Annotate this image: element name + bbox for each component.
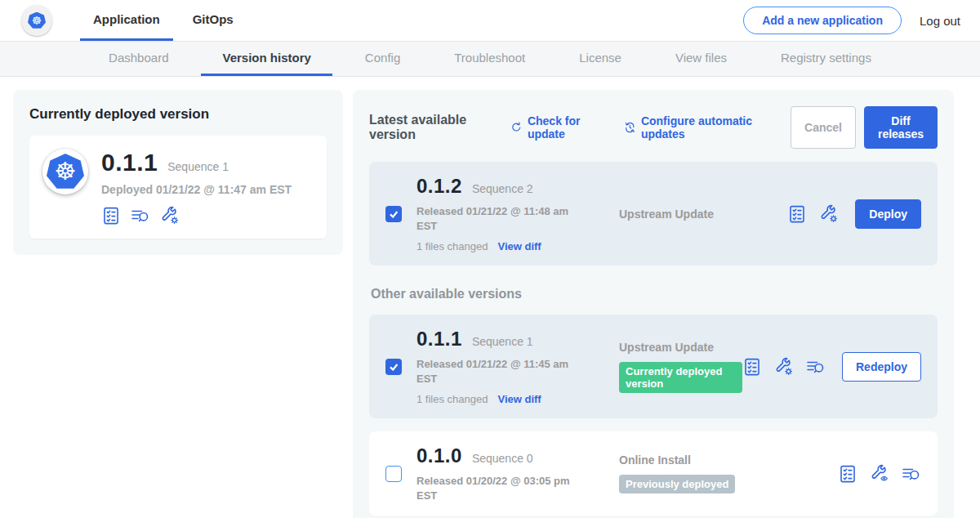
diff-checkbox[interactable] [385, 359, 402, 375]
deployed-version-number: 0.1.1 [101, 149, 158, 176]
latest-available-title: Latest available version [369, 113, 489, 142]
deployed-timestamp: Deployed 01/21/22 @ 11:47 am EST [101, 183, 292, 196]
edit-config-icon[interactable] [160, 206, 180, 226]
deployed-sequence-label: Sequence 1 [167, 160, 229, 173]
deploy-logs-icon[interactable] [806, 357, 826, 377]
preflight-checks-icon[interactable] [742, 357, 762, 377]
view-diff-link[interactable]: View diff [497, 240, 541, 252]
files-changed-label: 1 files changed [416, 393, 488, 405]
check-for-update-link[interactable]: Check for update [510, 114, 603, 141]
files-changed-label: 1 files changed [416, 240, 488, 252]
auto-update-clock-icon [624, 120, 636, 135]
deployed-version-card: ☸ 0.1.1 Sequence 1 Deployed 01/21/22 @ 1… [29, 136, 327, 239]
subtab-config[interactable]: Config [344, 42, 421, 76]
cancel-button[interactable]: Cancel [791, 106, 856, 149]
subtab-config-label: Config [365, 51, 400, 65]
subtab-version-history-label: Version history [222, 51, 310, 65]
sequence-label: Sequence 0 [472, 452, 533, 465]
preflight-checks-icon[interactable] [787, 204, 807, 224]
view-config-icon[interactable] [870, 464, 889, 484]
deploy-button[interactable]: Deploy [855, 199, 921, 229]
view-diff-link[interactable]: View diff [497, 393, 541, 405]
released-timestamp: Released 01/20/22 @ 03:05 pm EST [416, 474, 584, 502]
version-row-0-1-2: 0.1.2 Sequence 2 Released 01/21/22 @ 11:… [369, 162, 938, 266]
subtab-dashboard[interactable]: Dashboard [87, 42, 189, 76]
subtab-troubleshoot-label: Troubleshoot [454, 51, 525, 65]
configure-automatic-updates-link[interactable]: Configure automatic updates [624, 114, 769, 141]
top-tabs: Application GitOps [80, 0, 247, 41]
tab-application[interactable]: Application [80, 0, 173, 41]
version-history-panel: Latest available version Check for updat… [353, 90, 954, 518]
tab-gitops[interactable]: GitOps [180, 0, 247, 41]
subtab-troubleshoot[interactable]: Troubleshoot [433, 42, 546, 76]
version-source-label: Upstream Update [619, 341, 714, 354]
edit-config-icon[interactable] [774, 357, 794, 377]
diff-checkbox[interactable] [385, 206, 402, 222]
currently-deployed-title: Currently deployed version [29, 106, 327, 123]
sequence-label: Sequence 2 [472, 182, 533, 195]
subtab-view-files[interactable]: View files [654, 42, 748, 76]
preflight-checks-icon[interactable] [838, 464, 858, 484]
subtab-view-files-label: View files [675, 51, 727, 65]
main-content: Currently deployed version ☸ 0.1.1 Seque… [0, 77, 980, 518]
subtab-license-label: License [579, 51, 621, 65]
logout-link[interactable]: Log out [920, 14, 960, 28]
tab-gitops-label: GitOps [193, 12, 234, 26]
top-navbar: ☸ Application GitOps Add a new applicati… [0, 0, 980, 41]
preflight-checks-icon[interactable] [101, 206, 121, 226]
version-number: 0.1.2 [416, 175, 462, 198]
configure-automatic-updates-label: Configure automatic updates [641, 114, 769, 141]
version-source-label: Upstream Update [619, 208, 714, 221]
kubernetes-app-icon: ☸ [42, 149, 88, 194]
other-available-versions-heading: Other available versions [371, 287, 938, 301]
subtab-registry-settings[interactable]: Registry settings [760, 42, 893, 76]
app-logo[interactable]: ☸ [21, 0, 52, 41]
released-timestamp: Released 01/21/22 @ 11:48 am EST [416, 204, 584, 233]
currently-deployed-panel: Currently deployed version ☸ 0.1.1 Seque… [13, 90, 343, 255]
deploy-logs-icon[interactable] [131, 206, 150, 226]
diff-checkbox[interactable] [385, 466, 402, 482]
released-timestamp: Released 01/21/22 @ 11:45 am EST [416, 357, 584, 386]
sequence-label: Sequence 1 [472, 335, 533, 348]
deploy-logs-icon[interactable] [902, 464, 921, 484]
subtab-license[interactable]: License [558, 42, 643, 76]
edit-config-icon[interactable] [819, 204, 839, 224]
subtab-registry-settings-label: Registry settings [781, 51, 871, 65]
add-new-application-button[interactable]: Add a new application [743, 7, 902, 34]
subtab-version-history[interactable]: Version history [201, 42, 332, 76]
refresh-icon [510, 120, 523, 135]
version-row-0-1-0: 0.1.0 Sequence 0 Released 01/20/22 @ 03:… [369, 431, 938, 516]
diff-releases-button[interactable]: Diff releases [864, 106, 938, 149]
redeploy-button[interactable]: Redeploy [842, 352, 921, 382]
version-source-label: Online Install [619, 453, 691, 467]
subtab-dashboard-label: Dashboard [109, 51, 168, 65]
check-for-update-label: Check for update [528, 114, 603, 141]
previously-deployed-badge: Previously deployed [619, 475, 735, 493]
kubernetes-logo-icon: ☸ [21, 5, 52, 36]
currently-deployed-badge: Currently deployed version [619, 362, 742, 393]
app-subnav: Dashboard Version history Config Trouble… [0, 41, 980, 77]
version-row-0-1-1: 0.1.1 Sequence 1 Released 01/21/22 @ 11:… [369, 315, 938, 418]
version-number: 0.1.1 [416, 328, 462, 351]
version-number: 0.1.0 [416, 444, 462, 467]
tab-application-label: Application [93, 12, 160, 26]
